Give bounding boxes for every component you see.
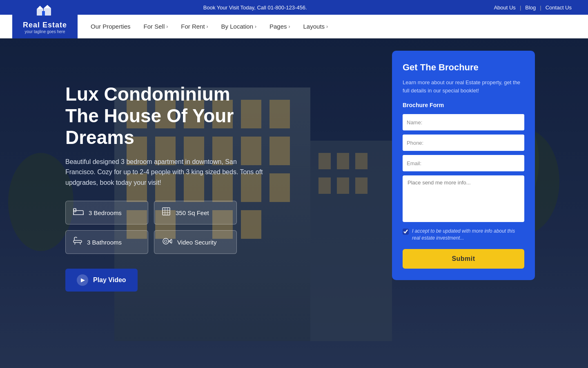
svg-marker-1	[37, 6, 43, 9]
main-nav: Real Estate your tagline goes here Our P…	[0, 15, 588, 38]
bath-icon	[73, 236, 82, 248]
email-field-wrapper: Email:	[403, 155, 524, 171]
message-field-wrapper	[403, 175, 524, 222]
top-bar: Book Your Visit Today, Call 01-800-123-4…	[0, 0, 588, 15]
blog-link[interactable]: Blog	[525, 4, 536, 11]
bedrooms-label: 3 Bedrooms	[89, 209, 122, 216]
security-icon	[162, 237, 172, 247]
chevron-icon: ›	[207, 24, 208, 29]
bathrooms-label: 3 Bathrooms	[87, 239, 122, 246]
consent-checkbox[interactable]	[403, 229, 409, 235]
feature-bedrooms: 3 Bedrooms	[65, 201, 148, 224]
nav-our-properties[interactable]: Our Properties	[91, 23, 131, 30]
consent-row: I accept to be updated with more info ab…	[403, 228, 524, 242]
sqfeet-label: 350 Sq Feet	[176, 209, 209, 216]
feature-sqfeet: 350 Sq Feet	[154, 201, 237, 224]
feature-bathrooms: 3 Bathrooms	[65, 230, 148, 254]
submit-button[interactable]: Submit	[403, 249, 524, 269]
svg-rect-41	[74, 209, 76, 212]
phone-label: Phone:	[403, 135, 428, 151]
svg-line-53	[80, 242, 80, 245]
svg-point-54	[163, 238, 169, 244]
name-input[interactable]	[426, 114, 524, 130]
security-label: Video Security	[177, 239, 216, 246]
svg-line-57	[169, 241, 172, 243]
name-field-wrapper: Name:	[403, 114, 524, 130]
email-input[interactable]	[425, 155, 524, 171]
hero-description: Beautiful designed 3 bedroom apartment i…	[65, 157, 265, 188]
bed-icon	[73, 207, 84, 218]
play-button-label: Play Video	[93, 276, 126, 284]
feature-security: Video Security	[154, 230, 237, 254]
hero-content: Lux Condominium The House Of Your Dreams…	[0, 38, 278, 292]
message-input[interactable]	[408, 180, 519, 216]
logo-icon	[35, 4, 55, 20]
svg-marker-3	[44, 5, 51, 8]
logo-title: Real Estate	[23, 21, 67, 29]
brochure-panel: Get The Brochure Learn more about our re…	[392, 51, 535, 280]
phone-field-wrapper: Phone:	[403, 135, 524, 151]
logo-sub: your tagline goes here	[25, 29, 65, 34]
chevron-icon: ›	[326, 24, 328, 29]
nav-pages[interactable]: Pages ›	[270, 23, 290, 30]
top-bar-links: About Us | Blog | Contact Us	[494, 4, 572, 11]
brochure-description: Learn more about our real Estate propert…	[403, 79, 524, 94]
about-us-link[interactable]: About Us	[494, 4, 515, 11]
nav-layouts[interactable]: Layouts ›	[303, 23, 328, 30]
property-features: 3 Bedrooms 350 Sq Feet	[65, 201, 237, 254]
hero-section: Lux Condominium The House Of Your Dreams…	[0, 38, 588, 368]
play-video-button[interactable]: ▶ Play Video	[65, 269, 138, 292]
svg-rect-46	[163, 208, 170, 215]
chevron-icon: ›	[289, 24, 290, 29]
svg-line-52	[75, 242, 75, 245]
svg-rect-51	[74, 240, 82, 242]
nav-by-location[interactable]: By Location ›	[221, 23, 256, 30]
svg-rect-4	[42, 11, 45, 16]
hero-title: Lux Condominium The House Of Your Dreams	[65, 83, 278, 148]
chevron-icon: ›	[255, 24, 256, 29]
form-section-label: Brochure Form	[403, 102, 524, 108]
name-label: Name:	[403, 114, 426, 130]
svg-point-55	[165, 240, 167, 242]
nav-links: Our Properties For Sell › For Rent › By …	[91, 23, 328, 30]
consent-label: I accept to be updated with more info ab…	[412, 228, 524, 242]
sqfeet-icon	[162, 207, 171, 218]
phone-input[interactable]	[428, 135, 524, 151]
nav-for-rent[interactable]: For Rent ›	[181, 23, 208, 30]
play-icon: ▶	[77, 274, 88, 286]
brochure-title: Get The Brochure	[403, 62, 524, 73]
chevron-icon: ›	[166, 24, 168, 29]
contact-us-link[interactable]: Contact Us	[546, 4, 572, 11]
svg-rect-40	[74, 211, 83, 215]
top-bar-cta: Book Your Visit Today, Call 01-800-123-4…	[203, 4, 307, 11]
svg-line-56	[169, 240, 172, 241]
logo[interactable]: Real Estate your tagline goes here	[12, 0, 78, 38]
nav-for-sell[interactable]: For Sell ›	[144, 23, 168, 30]
email-label: Email:	[403, 155, 425, 171]
